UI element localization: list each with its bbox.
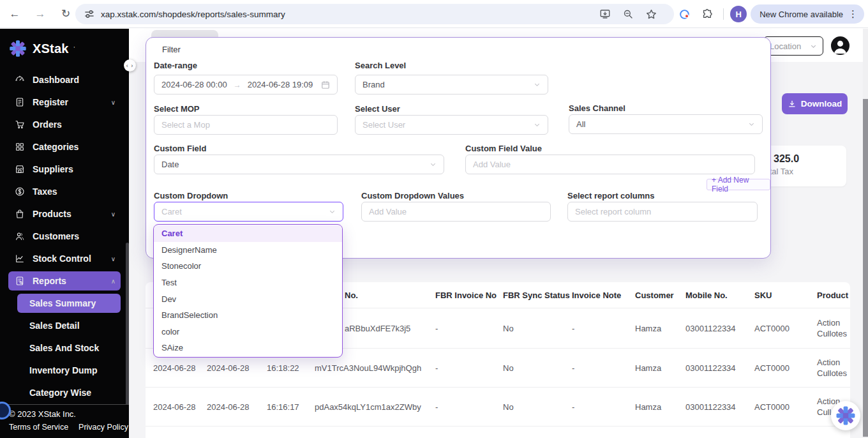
report-columns-input[interactable] (567, 202, 758, 222)
sales-channel-value: All (576, 119, 585, 129)
register-icon (14, 97, 25, 108)
submenu-item-sales-summary[interactable]: Sales Summary (17, 294, 121, 313)
cell-mobile: 03001122334 (685, 323, 752, 334)
dropdown-option-designername[interactable]: DesignerName (154, 242, 342, 259)
select-user-select[interactable]: Select User (355, 115, 548, 135)
zoom-out-icon[interactable] (618, 4, 638, 24)
submenu-item-sales-and-stock[interactable]: Sales And Stock (17, 338, 121, 358)
sidebar-item-suppliers[interactable]: Suppliers (8, 160, 121, 179)
custom-dropdown-values-label: Custom Dropdown Values (361, 191, 464, 200)
chrome-update-button[interactable]: New Chrome available ⋮ (751, 4, 864, 24)
page-scrollbar-thumb[interactable] (863, 99, 868, 437)
custom-field-select[interactable]: Date (154, 155, 444, 174)
dashboard-icon (14, 75, 25, 86)
search-level-label: Search Level (355, 61, 406, 70)
chevron-down-icon: ∨ (111, 255, 116, 262)
sidebar-item-customers[interactable]: Customers (8, 227, 121, 246)
custom-dropdown-value: Caret (161, 207, 182, 216)
dropdown-option-test[interactable]: Test (154, 275, 342, 291)
dropdown-option-caret[interactable]: Caret (154, 225, 342, 242)
search-level-select[interactable]: Brand (355, 75, 548, 94)
site-info-icon[interactable] (84, 9, 94, 19)
select-mop-field[interactable] (161, 120, 330, 130)
date-range-end: 2024-06-28 19:09 (248, 80, 313, 89)
cell-mobile: 03001122334 (685, 363, 752, 374)
download-button[interactable]: Download (782, 93, 848, 114)
bookmark-star-icon[interactable] (641, 4, 661, 24)
custom-field-label: Custom Field (154, 144, 206, 153)
orders-icon (14, 119, 25, 130)
brand-name: XStak (33, 42, 69, 56)
browser-menu-icon[interactable]: ⋮ (848, 8, 858, 20)
back-icon[interactable]: ← (5, 4, 24, 24)
dropdown-option-brandselection[interactable]: BrandSelection (154, 307, 342, 324)
forward-icon[interactable]: → (31, 4, 50, 24)
reports-submenu: Sales SummarySales DetailSales And Stock… (0, 294, 129, 402)
calendar-icon (321, 80, 330, 89)
date-range-start: 2024-06-28 00:00 (161, 80, 227, 89)
date-range-label: Date-range (154, 61, 197, 70)
reload-icon[interactable]: ↻ (56, 4, 75, 24)
column-header-customer: Customer (635, 291, 674, 300)
location-select[interactable]: Location (763, 36, 823, 56)
install-app-icon[interactable] (595, 4, 615, 24)
cell-fbr_sync: No (503, 323, 567, 334)
terms-link[interactable]: Terms of Service (9, 423, 68, 432)
cell-date2: 2024-06-28 (207, 363, 260, 374)
date-range-input[interactable]: 2024-06-28 00:00 → 2024-06-28 19:09 (154, 75, 338, 94)
column-header-no-: No. (345, 291, 358, 300)
dropdown-option-dev[interactable]: Dev (154, 291, 342, 307)
column-header-mobile-no-: Mobile No. (685, 291, 728, 300)
submenu-item-sales-detail[interactable]: Sales Detail (17, 316, 121, 335)
sidebar-footer: © 2023 XStak Inc. Terms of Service Priva… (0, 404, 129, 438)
cell-sku: ACT0000 (754, 402, 814, 412)
privacy-link[interactable]: Privacy Policy (79, 423, 128, 432)
sidebar-item-dashboard[interactable]: Dashboard (8, 70, 121, 89)
chevron-down-icon (534, 81, 541, 88)
chevron-down-icon (534, 121, 541, 128)
custom-field-value-field[interactable] (473, 160, 747, 169)
custom-field-value-input[interactable] (465, 155, 755, 174)
sidebar-item-products[interactable]: Products ∨ (8, 204, 121, 223)
select-user-placeholder: Select User (363, 120, 405, 130)
brand[interactable]: XStak ' (0, 29, 129, 67)
address-bar[interactable]: xap.xstak.com/shopdesk/reports/sales-sum… (75, 4, 674, 24)
xstak-floating-button[interactable] (831, 401, 860, 430)
sidebar-collapse-toggle[interactable]: ‹ › (124, 59, 136, 72)
sidebar-item-categories[interactable]: Categories (8, 137, 121, 156)
sidebar-item-orders[interactable]: Orders (8, 115, 121, 134)
sidebar-item-taxes[interactable]: Taxes (8, 182, 121, 201)
xstak-logo-icon (8, 39, 27, 58)
report-columns-field[interactable] (575, 207, 750, 216)
select-mop-input[interactable] (154, 115, 338, 135)
screen: ← → ↻ xap.xstak.com/shopdesk/reports/sal… (0, 0, 868, 438)
cell-invoice_note: - (572, 402, 629, 412)
dropdown-option-stonecolor[interactable]: Stonecolor (154, 258, 342, 275)
dropdown-option-color[interactable]: color (154, 324, 342, 340)
custom-dropdown-select[interactable]: Caret (154, 202, 343, 222)
submenu-item-inventory-dump[interactable]: Inventory Dump (17, 361, 121, 380)
sidebar-item-register[interactable]: Register ∨ (8, 93, 121, 112)
sidebar-item-stock-control[interactable]: Stock Control ∨ (8, 249, 121, 268)
cell-customer: Hamza (635, 323, 683, 334)
performance-icon[interactable] (675, 4, 694, 24)
dropdown-option-saize[interactable]: SAize (154, 340, 342, 356)
extensions-icon[interactable] (698, 4, 717, 24)
custom-field-value-label: Custom Field Value (465, 144, 542, 153)
submenu-item-category-wise[interactable]: Category Wise (17, 383, 121, 402)
custom-dropdown-menu: CaretDesignerNameStonecolorTestDevBrandS… (153, 224, 343, 358)
download-button-label: Download (801, 99, 842, 109)
sidebar-scrollbar[interactable] (126, 243, 129, 431)
chevron-down-icon: ∨ (111, 211, 116, 218)
sidebar-item-reports[interactable]: Reports ∧ (8, 271, 121, 291)
custom-dropdown-values-field[interactable] (369, 207, 543, 216)
chrome-update-label: New Chrome available (760, 10, 843, 19)
custom-dropdown-values-input[interactable] (361, 202, 551, 222)
add-new-field-button[interactable]: + Add New Field (707, 179, 770, 190)
user-avatar[interactable] (831, 36, 849, 55)
table-row[interactable]: 2024-06-282024-06-2816:16:17pdAax54kqLY1… (146, 388, 850, 427)
sales-channel-select[interactable]: All (569, 114, 763, 134)
cell-mobile: 03001122334 (685, 402, 752, 412)
products-icon (14, 209, 25, 220)
browser-profile-avatar[interactable]: H (730, 6, 747, 22)
